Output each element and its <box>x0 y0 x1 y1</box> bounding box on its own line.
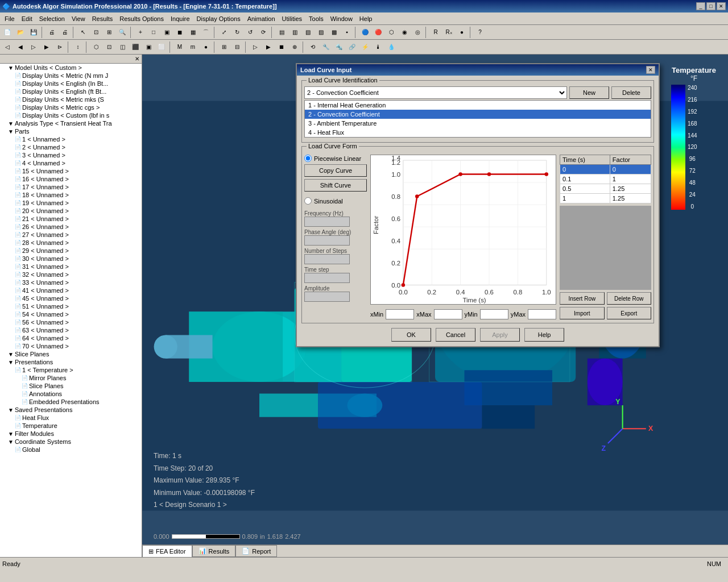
tb2-g4[interactable]: ⊕ <box>288 41 301 53</box>
tree-item[interactable]: 📄 Temperature <box>0 422 142 430</box>
tree-item[interactable]: 📄 56 < Unnamed > <box>0 318 142 326</box>
tree-item[interactable]: 📄 17 < Unnamed > <box>0 183 142 191</box>
tb-box4[interactable]: ▦ <box>187 26 199 39</box>
ymax-input[interactable] <box>528 309 556 319</box>
tree-item[interactable]: 📄 32 < Unnamed > <box>0 271 142 278</box>
tb2-h3[interactable]: 🔩 <box>333 41 345 53</box>
tb-box3[interactable]: ◼ <box>173 26 186 39</box>
tb2-h2[interactable]: 🔧 <box>320 41 332 53</box>
tb2-f1[interactable]: ⊞ <box>218 41 230 53</box>
dropdown-item-1[interactable]: 1 - Internal Heat Generation <box>305 101 651 110</box>
tree-item[interactable]: 📄 54 < Unnamed > <box>0 310 142 318</box>
tb2-h7[interactable]: 💧 <box>385 41 398 53</box>
tb-u1[interactable]: R <box>429 26 442 39</box>
tb-r1[interactable]: ↻ <box>231 26 243 39</box>
tb-select2[interactable]: ⊞ <box>103 26 115 39</box>
tb-t3[interactable]: ⬡ <box>385 26 398 39</box>
sinusoidal-radio[interactable] <box>304 197 312 205</box>
shift-curve-button[interactable]: Shift Curve <box>304 179 367 192</box>
tb2-d5[interactable]: ▣ <box>142 41 155 53</box>
maximize-button[interactable]: □ <box>706 2 715 10</box>
tb2-h5[interactable]: ⚡ <box>359 41 371 53</box>
tb2-g2[interactable]: ▶ <box>262 41 275 53</box>
tb2-e2[interactable]: m <box>187 41 199 53</box>
tb-s3[interactable]: ▧ <box>301 26 314 39</box>
tb-box2[interactable]: ▣ <box>160 26 173 39</box>
help-button[interactable]: Help <box>524 328 564 342</box>
dialog-close-button[interactable]: ✕ <box>646 66 655 74</box>
menu-animation[interactable]: Animation <box>244 14 279 23</box>
tb-print2[interactable]: 🖨 <box>59 26 71 39</box>
tb-save[interactable]: 💾 <box>27 26 40 39</box>
tb-curve[interactable]: ⌒ <box>200 26 212 39</box>
tb-s6[interactable]: ▪ <box>341 26 353 39</box>
tree-item[interactable]: 📄 19 < Unnamed > <box>0 199 142 207</box>
export-button[interactable]: Export <box>607 307 651 319</box>
tree-item[interactable]: 📄 45 < Unnamed > <box>0 294 142 302</box>
table-row[interactable]: 00 <box>560 165 651 174</box>
tree-item[interactable]: 📄 Slice Planes <box>0 382 142 390</box>
dropdown-item-4[interactable]: 4 - Heat Flux <box>305 128 651 137</box>
tb2-b2[interactable]: ◀ <box>14 41 27 53</box>
tree-item[interactable]: 📄 33 < Unnamed > <box>0 278 142 286</box>
tb2-h4[interactable]: 🔗 <box>346 41 358 53</box>
tree-item[interactable]: 📄 31 < Unnamed > <box>0 263 142 271</box>
ok-button[interactable]: OK <box>391 328 431 342</box>
tb-arrow[interactable]: ↖ <box>77 26 89 39</box>
tb-s2[interactable]: ▥ <box>288 26 301 39</box>
tree-item[interactable]: ▼ Analysis Type < Transient Heat Tra <box>0 119 142 127</box>
tb2-d1[interactable]: ⬡ <box>90 41 102 53</box>
delete-row-button[interactable]: Delete Row <box>607 292 651 305</box>
tb-open[interactable]: 📂 <box>14 26 27 39</box>
tree-item[interactable]: 📄 Display Units < English (ft Bt... <box>0 88 142 95</box>
new-button[interactable]: New <box>569 86 609 99</box>
menu-tools[interactable]: Tools <box>305 14 327 23</box>
tree-close-button[interactable]: ✕ <box>135 56 139 62</box>
tree-item[interactable]: 📄 26 < Unnamed > <box>0 223 142 231</box>
menu-view[interactable]: View <box>68 14 89 23</box>
dropdown-open-list[interactable]: 1 - Internal Heat Generation 2 - Convect… <box>304 100 651 138</box>
tb2-b5[interactable]: ⊳ <box>53 41 66 53</box>
tb-axis[interactable]: + <box>134 26 147 39</box>
tb-t1[interactable]: 🔵 <box>359 26 371 39</box>
tree-item[interactable]: 📄 3 < Unnamed > <box>0 151 142 159</box>
import-button[interactable]: Import <box>560 307 604 319</box>
piecewise-radio-label[interactable]: Piecewise Linear <box>304 155 367 162</box>
dropdown-item-2[interactable]: 2 - Convection Coefficient <box>305 110 651 119</box>
tb-new[interactable]: 📄 <box>1 26 14 39</box>
menu-results-options[interactable]: Results Options <box>116 14 167 23</box>
tree-item[interactable]: 📄 Annotations <box>0 390 142 398</box>
tree-item[interactable]: ▼ Coordinate Systems <box>0 438 142 446</box>
menu-help[interactable]: Help <box>356 14 376 23</box>
tree-item[interactable]: 📄 1 < Temperature > <box>0 366 142 374</box>
tree-item[interactable]: 📄 Embedded Presentations <box>0 398 142 406</box>
menu-window[interactable]: Window <box>327 14 356 23</box>
tb2-b1[interactable]: ◁ <box>1 41 14 53</box>
tree-item[interactable]: ▼ Presentations <box>0 358 142 366</box>
tb-print[interactable]: 🖨 <box>46 26 58 39</box>
tb2-b4[interactable]: ▶ <box>40 41 53 53</box>
menu-inquire[interactable]: Inquire <box>167 14 193 23</box>
menu-file[interactable]: File <box>1 14 18 23</box>
tree-item[interactable]: 📄 Global <box>0 446 142 454</box>
tb-u3[interactable]: ● <box>456 26 468 39</box>
tree-item[interactable]: 📄 29 < Unnamed > <box>0 247 142 255</box>
tree-item[interactable]: 📄 4 < Unnamed > <box>0 159 142 167</box>
tree-item[interactable]: 📄 2 < Unnamed > <box>0 143 142 151</box>
tree-item[interactable]: 📄 Display Units < Metric cgs > <box>0 103 142 111</box>
menu-selection[interactable]: Selection <box>36 14 68 23</box>
tb-t5[interactable]: ◎ <box>411 26 424 39</box>
menu-utilities[interactable]: Utilities <box>279 14 305 23</box>
tb-r2[interactable]: ↺ <box>244 26 257 39</box>
tb-u2[interactable]: Rₓ <box>442 26 455 39</box>
menu-results[interactable]: Results <box>89 14 117 23</box>
tb-box1[interactable]: □ <box>147 26 160 39</box>
tb-move[interactable]: ⤢ <box>218 26 230 39</box>
tb-s1[interactable]: ▤ <box>275 26 288 39</box>
tree-item[interactable]: 📄 21 < Unnamed > <box>0 215 142 223</box>
tb2-c1[interactable]: ↕ <box>72 41 84 53</box>
tree-item[interactable]: 📄 51 < Unnamed > <box>0 302 142 310</box>
close-button[interactable]: ✕ <box>717 2 726 10</box>
tree-item[interactable]: 📄 30 < Unnamed > <box>0 255 142 263</box>
table-row[interactable]: 0.11 <box>560 174 651 184</box>
